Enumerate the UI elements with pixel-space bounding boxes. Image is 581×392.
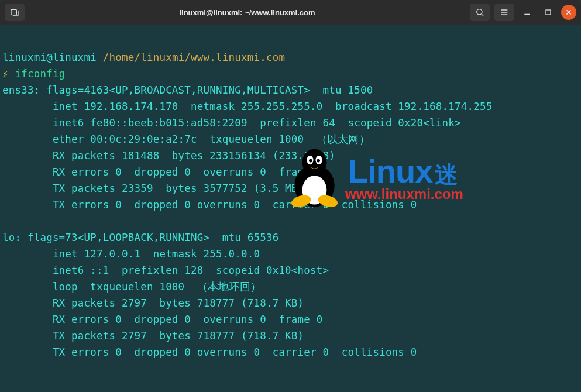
output-line: TX packets 2797 bytes 718777 (718.7 KB): [2, 330, 304, 342]
output-line: RX errors 0 dropped 0 overruns 0 frame 0: [2, 166, 323, 178]
prompt-user: linuxmi@linuxmi: [2, 51, 97, 63]
output-line: lo: flags=73<UP,LOOPBACK,RUNNING> mtu 65…: [2, 232, 279, 243]
command-text: ifconfig: [15, 68, 66, 80]
output-line: RX packets 2797 bytes 718777 (718.7 KB): [2, 297, 304, 309]
output-line: inet 192.168.174.170 netmask 255.255.255…: [2, 101, 492, 112]
terminal-content[interactable]: linuxmi@linuxmi /home/linuxmi/www.linuxm…: [0, 25, 581, 392]
output-line: RX packets 181488 bytes 233156134 (233.1…: [2, 150, 335, 161]
maximize-button[interactable]: [540, 4, 556, 20]
titlebar: linuxmi@linuxmi: ~/www.linuxmi.com: [0, 0, 581, 25]
output-line: loop txqueuelen 1000 （本地环回）: [2, 281, 261, 293]
output-line: ether 00:0c:29:0e:a2:7c txqueuelen 1000 …: [2, 133, 370, 145]
new-tab-button[interactable]: [5, 4, 25, 21]
svg-point-1: [477, 9, 482, 15]
output-line: TX errors 0 dropped 0 overruns 0 carrier…: [2, 346, 417, 358]
window-title: linuxmi@linuxmi: ~/www.linuxmi.com: [25, 8, 470, 17]
minimize-button[interactable]: [519, 4, 535, 20]
svg-rect-0: [11, 9, 16, 15]
output-line: inet 127.0.0.1 netmask 255.0.0.0: [2, 248, 260, 260]
output-line: RX errors 0 dropped 0 overruns 0 frame 0: [2, 314, 323, 325]
output-line: TX packets 23359 bytes 3577752 (3.5 MB): [2, 183, 304, 194]
output-line: inet6 ::1 prefixlen 128 scopeid 0x10<hos…: [2, 264, 329, 276]
output-line: ens33: flags=4163<UP,BROADCAST,RUNNING,M…: [2, 84, 373, 96]
titlebar-left: [5, 4, 25, 21]
close-button[interactable]: [561, 5, 576, 20]
svg-rect-2: [546, 10, 551, 15]
output-line: TX errors 0 dropped 0 overruns 0 carrier…: [2, 199, 417, 211]
search-button[interactable]: [470, 4, 490, 21]
prompt-bolt-icon: ⚡: [2, 68, 9, 80]
menu-button[interactable]: [494, 4, 514, 21]
output-line: inet6 fe80::beeb:b015:ad58:2209 prefixle…: [2, 117, 461, 129]
prompt-path: /home/linuxmi/www.linuxmi.com: [103, 51, 285, 63]
titlebar-right: [470, 4, 576, 21]
